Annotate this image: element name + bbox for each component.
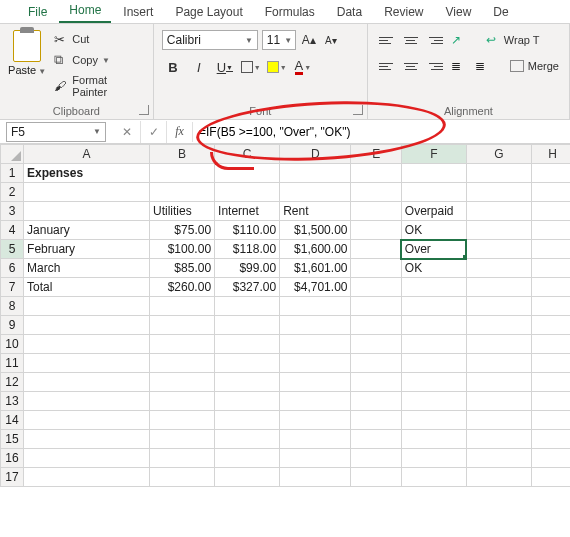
cell[interactable] xyxy=(351,392,401,411)
cell[interactable] xyxy=(351,411,401,430)
cell[interactable] xyxy=(401,430,466,449)
row-header[interactable]: 3 xyxy=(1,202,24,221)
cell[interactable] xyxy=(351,259,401,278)
cell[interactable] xyxy=(280,468,351,487)
cell[interactable]: Utilities xyxy=(150,202,215,221)
cell[interactable]: $85.00 xyxy=(150,259,215,278)
col-header[interactable]: B xyxy=(150,145,215,164)
cell[interactable] xyxy=(401,392,466,411)
cell[interactable] xyxy=(351,183,401,202)
cell[interactable] xyxy=(401,278,466,297)
row-header[interactable]: 11 xyxy=(1,354,24,373)
insert-function-button[interactable]: fx xyxy=(166,121,192,143)
cell[interactable] xyxy=(280,316,351,335)
row-header[interactable]: 4 xyxy=(1,221,24,240)
cell[interactable] xyxy=(24,430,150,449)
cell[interactable] xyxy=(531,202,570,221)
align-middle-button[interactable] xyxy=(400,30,422,50)
row-header[interactable]: 13 xyxy=(1,392,24,411)
cell[interactable] xyxy=(280,164,351,183)
align-bottom-button[interactable] xyxy=(424,30,446,50)
cell[interactable] xyxy=(466,221,531,240)
tab-formulas[interactable]: Formulas xyxy=(255,2,325,23)
cell[interactable] xyxy=(531,164,570,183)
cell[interactable] xyxy=(466,240,531,259)
cell[interactable] xyxy=(401,316,466,335)
dialog-launcher-icon[interactable] xyxy=(353,105,363,115)
format-painter-button[interactable]: Format Painter xyxy=(50,72,145,100)
cell[interactable]: Total xyxy=(24,278,150,297)
cell[interactable] xyxy=(351,354,401,373)
cell[interactable] xyxy=(280,373,351,392)
cell[interactable] xyxy=(466,468,531,487)
cell[interactable]: $4,701.00 xyxy=(280,278,351,297)
tab-page-layout[interactable]: Page Layout xyxy=(165,2,252,23)
orientation-button[interactable]: ↗ xyxy=(448,30,470,50)
align-right-button[interactable] xyxy=(424,56,446,76)
cell[interactable] xyxy=(280,430,351,449)
merge-center-button[interactable]: Merge xyxy=(508,56,561,76)
align-left-button[interactable] xyxy=(376,56,398,76)
align-top-button[interactable] xyxy=(376,30,398,50)
cell[interactable]: March xyxy=(24,259,150,278)
cell[interactable] xyxy=(401,164,466,183)
paste-button[interactable]: Paste▼ xyxy=(8,28,46,98)
cell[interactable]: Rent xyxy=(280,202,351,221)
row-header[interactable]: 8 xyxy=(1,297,24,316)
decrease-indent-button[interactable]: ≣ xyxy=(448,56,470,76)
select-all-button[interactable] xyxy=(1,145,24,164)
cell[interactable] xyxy=(215,392,280,411)
cell[interactable]: $110.00 xyxy=(215,221,280,240)
cell[interactable] xyxy=(351,449,401,468)
cell[interactable] xyxy=(351,221,401,240)
cell[interactable] xyxy=(401,468,466,487)
row-header[interactable]: 2 xyxy=(1,183,24,202)
cell[interactable]: Expenses xyxy=(24,164,150,183)
cell[interactable] xyxy=(24,297,150,316)
cell[interactable] xyxy=(401,183,466,202)
cell[interactable]: $118.00 xyxy=(215,240,280,259)
row-header[interactable]: 10 xyxy=(1,335,24,354)
dialog-launcher-icon[interactable] xyxy=(139,105,149,115)
cell[interactable] xyxy=(351,430,401,449)
col-header[interactable]: C xyxy=(215,145,280,164)
cell[interactable] xyxy=(531,373,570,392)
cell[interactable]: OK xyxy=(401,259,466,278)
cell[interactable] xyxy=(150,297,215,316)
cell[interactable] xyxy=(280,297,351,316)
cell[interactable]: $1,600.00 xyxy=(280,240,351,259)
font-color-button[interactable]: A▼ xyxy=(292,56,314,78)
cell[interactable] xyxy=(215,354,280,373)
cell[interactable] xyxy=(24,354,150,373)
tab-data[interactable]: Data xyxy=(327,2,372,23)
tab-file[interactable]: File xyxy=(18,2,57,23)
cell[interactable] xyxy=(280,354,351,373)
cell[interactable] xyxy=(215,183,280,202)
cell[interactable] xyxy=(531,240,570,259)
cell[interactable]: OK xyxy=(401,221,466,240)
cell[interactable] xyxy=(215,316,280,335)
cell[interactable] xyxy=(466,411,531,430)
cell[interactable]: $260.00 xyxy=(150,278,215,297)
cell[interactable] xyxy=(215,411,280,430)
fill-color-button[interactable]: ▼ xyxy=(266,56,288,78)
cell[interactable] xyxy=(531,221,570,240)
cell[interactable] xyxy=(531,316,570,335)
cell[interactable] xyxy=(280,392,351,411)
name-box[interactable]: F5 ▼ xyxy=(6,122,106,142)
cell[interactable] xyxy=(24,183,150,202)
cell[interactable] xyxy=(531,297,570,316)
cell[interactable] xyxy=(150,183,215,202)
cell[interactable] xyxy=(466,278,531,297)
cell[interactable] xyxy=(24,202,150,221)
cell[interactable] xyxy=(401,449,466,468)
cell[interactable] xyxy=(351,373,401,392)
cell[interactable] xyxy=(280,183,351,202)
row-header[interactable]: 5 xyxy=(1,240,24,259)
cell[interactable] xyxy=(351,297,401,316)
cell[interactable] xyxy=(531,411,570,430)
cell[interactable] xyxy=(531,354,570,373)
active-cell[interactable]: Over xyxy=(401,240,466,259)
formula-input[interactable] xyxy=(192,122,570,142)
wrap-text-button[interactable]: Wrap T xyxy=(484,30,542,50)
